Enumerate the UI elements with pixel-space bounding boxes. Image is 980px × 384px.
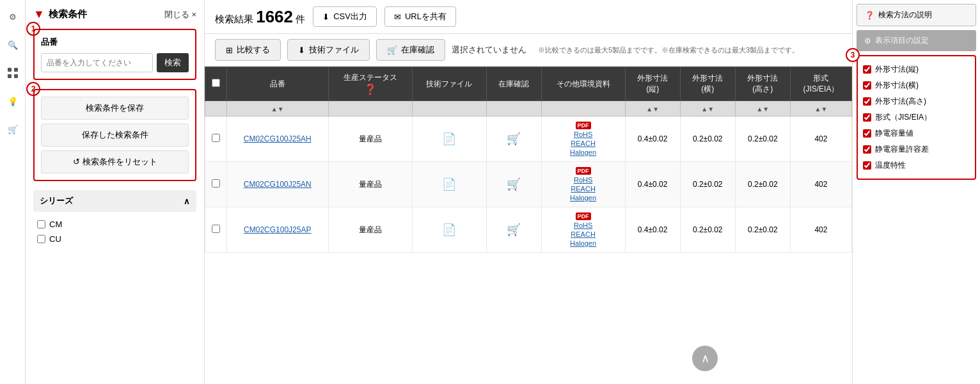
settings-item-dim-h: 外形寸法(横) xyxy=(863,77,970,93)
row2-reach-link[interactable]: REACH xyxy=(571,185,596,193)
row3-dim-v: 0.4±0.02 xyxy=(625,207,680,253)
row1-rohs-link[interactable]: RoHS xyxy=(574,131,592,138)
row2-dim-h: 0.2±0.02 xyxy=(680,162,735,207)
th-dim-h: 外形寸法(横) xyxy=(680,67,735,101)
mail-icon: ✉ xyxy=(394,12,401,22)
sidebar-settings-icon[interactable]: ⚙ xyxy=(1,5,24,28)
display-settings-button[interactable]: ⚙ 表示項目の設定 xyxy=(857,30,976,51)
sort-dim-v[interactable]: ▲▼ xyxy=(625,101,680,116)
settings-dim-ht-label: 外形寸法(高さ) xyxy=(875,96,926,107)
row1-checkbox[interactable] xyxy=(212,134,220,142)
series-cm-checkbox[interactable] xyxy=(37,220,45,228)
th-tech-file: 技術ファイル xyxy=(412,67,486,101)
row1-doc-icon[interactable]: 📄 xyxy=(442,132,456,145)
settings-temp-checkbox[interactable] xyxy=(863,161,871,170)
row3-part-link[interactable]: CM02CG100J25AP xyxy=(244,225,311,234)
row2-part-link[interactable]: CM02CG100J25AN xyxy=(244,180,312,189)
search-help-button[interactable]: ❓ 検索方法の説明 xyxy=(857,4,976,26)
row3-env-links: PDF RoHS REACH Halogen xyxy=(548,212,619,247)
url-share-button[interactable]: ✉ URLを共有 xyxy=(384,6,456,27)
row3-checkbox-cell xyxy=(205,207,227,253)
row2-halogen-link[interactable]: Halogen xyxy=(570,194,596,202)
section1-number: 1 xyxy=(26,22,40,36)
settings-form-checkbox[interactable] xyxy=(863,113,871,122)
sidebar-search-icon[interactable]: 🔍 xyxy=(1,33,24,56)
sort-form[interactable]: ▲▼ xyxy=(790,101,851,116)
row1-halogen-link[interactable]: Halogen xyxy=(570,148,596,156)
stock-check-button[interactable]: 🛒 在庫確認 xyxy=(376,39,445,61)
sidebar-cart-icon[interactable]: 🛒 xyxy=(1,118,24,141)
row2-tech: 📄 xyxy=(412,162,486,207)
settings-cap-tol-checkbox[interactable] xyxy=(863,145,871,154)
save-search-button[interactable]: 検索条件を保存 xyxy=(41,97,189,120)
reset-search-button[interactable]: ↺検索条件をリセット xyxy=(41,150,189,173)
row3-cart-icon[interactable]: 🛒 xyxy=(507,223,521,236)
row3-reach-link[interactable]: REACH xyxy=(571,230,596,238)
row1-status: 量産品 xyxy=(328,116,412,162)
series-section: シリーズ ∧ CM CU xyxy=(33,190,196,246)
sort-dim-ht-arrows[interactable]: ▲▼ xyxy=(756,106,769,113)
settings-cap-checkbox[interactable] xyxy=(863,129,871,138)
selection-info: 選択されていません xyxy=(452,44,526,56)
action-buttons-section: 検索条件を保存 保存した検索条件 ↺検索条件をリセット xyxy=(33,89,196,181)
sidebar-network-icon[interactable] xyxy=(1,61,24,84)
part-number-input[interactable] xyxy=(41,53,153,72)
row3-checkbox[interactable] xyxy=(212,225,220,233)
row2-dim-ht: 0.2±0.02 xyxy=(735,162,790,207)
sidebar-bulb-icon[interactable]: 💡 xyxy=(1,90,24,113)
svg-rect-0 xyxy=(8,68,12,72)
row2-rohs-link[interactable]: RoHS xyxy=(574,176,592,184)
row1-cart-icon[interactable]: 🛒 xyxy=(507,132,521,145)
status-help-icon[interactable]: ❓ xyxy=(335,83,406,95)
row3-halogen-link[interactable]: Halogen xyxy=(570,239,596,247)
series-cu-checkbox[interactable] xyxy=(37,235,45,243)
row3-status-tag: 量産品 xyxy=(359,225,382,234)
part-search-button[interactable]: 検索 xyxy=(157,53,189,72)
th-part-number: 品番 xyxy=(227,67,329,101)
part-number-section: 品番 検索 xyxy=(33,29,196,80)
row3-status: 量産品 xyxy=(328,207,412,253)
row1-stock: 🛒 xyxy=(486,116,541,162)
row3-tech: 📄 xyxy=(412,207,486,253)
csv-export-button[interactable]: ⬇ CSV出力 xyxy=(313,6,377,27)
sort-dim-v-arrows[interactable]: ▲▼ xyxy=(646,106,659,113)
help-icon: ❓ xyxy=(865,11,874,20)
sort-part-arrows[interactable]: ▲▼ xyxy=(271,106,284,113)
sort-dim-ht[interactable]: ▲▼ xyxy=(735,101,790,116)
th-status: 生産ステータス ❓ xyxy=(328,67,412,101)
row3-doc-icon[interactable]: 📄 xyxy=(442,223,456,236)
settings-dim-v-checkbox[interactable] xyxy=(863,65,871,74)
row2-checkbox[interactable] xyxy=(212,179,220,188)
settings-dim-ht-checkbox[interactable] xyxy=(863,97,871,106)
select-all-checkbox[interactable] xyxy=(212,79,220,87)
sort-status xyxy=(328,101,412,116)
row2-cart-icon[interactable]: 🛒 xyxy=(507,178,521,191)
saved-search-button[interactable]: 保存した検索条件 xyxy=(41,124,189,147)
scroll-to-top-button[interactable]: ∧ xyxy=(692,346,718,371)
series-header[interactable]: シリーズ ∧ xyxy=(33,190,196,212)
csv-icon: ⬇ xyxy=(322,12,329,22)
svg-rect-1 xyxy=(14,68,18,72)
table-row: CM02CG100J25AP 量産品 📄 🛒 PDF RoHS REACH Ha… xyxy=(205,207,852,253)
cart-icon: 🛒 xyxy=(387,45,397,55)
settings-dim-h-checkbox[interactable] xyxy=(863,81,871,90)
filter-close-button[interactable]: 閉じる × xyxy=(164,9,196,20)
row2-doc-icon[interactable]: 📄 xyxy=(442,178,456,191)
series-collapse-icon: ∧ xyxy=(184,196,190,206)
row3-stock: 🛒 xyxy=(486,207,541,253)
row1-tech: 📄 xyxy=(412,116,486,162)
row1-reach-link[interactable]: REACH xyxy=(571,140,596,147)
row3-dim-h: 0.2±0.02 xyxy=(680,207,735,253)
row3-rohs-link[interactable]: RoHS xyxy=(574,221,592,229)
row1-part-link[interactable]: CM02CG100J25AH xyxy=(244,134,312,143)
sort-part[interactable]: ▲▼ xyxy=(227,101,329,116)
sort-dim-h[interactable]: ▲▼ xyxy=(680,101,735,116)
row1-pdf-badge: PDF xyxy=(576,122,591,129)
th-env: その他環境資料 xyxy=(541,67,625,101)
part-number-label: 品番 xyxy=(41,36,189,48)
row1-form: 402 xyxy=(790,116,851,162)
sort-form-arrows[interactable]: ▲▼ xyxy=(815,106,828,113)
tech-file-button[interactable]: ⬇ 技術ファイル xyxy=(287,39,370,61)
sort-dim-h-arrows[interactable]: ▲▼ xyxy=(701,106,714,113)
compare-button[interactable]: ⊞ 比較する xyxy=(215,39,281,61)
